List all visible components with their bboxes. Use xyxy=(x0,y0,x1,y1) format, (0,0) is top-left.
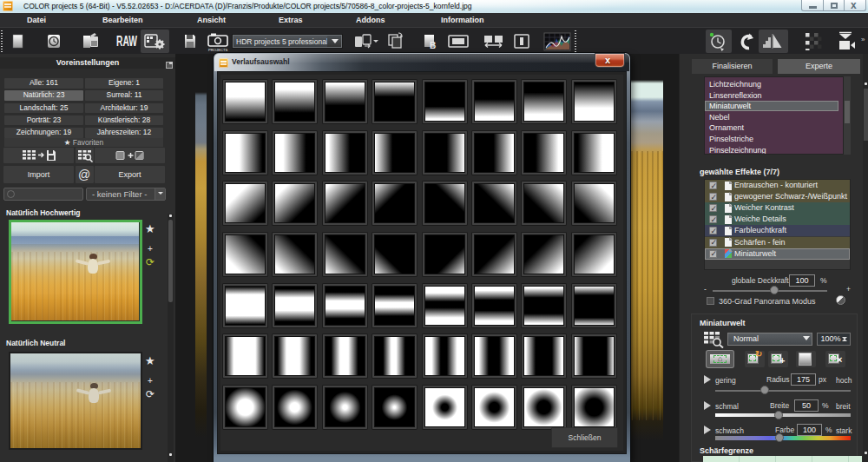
svg-text:B: B xyxy=(430,41,436,50)
svg-text:»: » xyxy=(861,36,865,43)
